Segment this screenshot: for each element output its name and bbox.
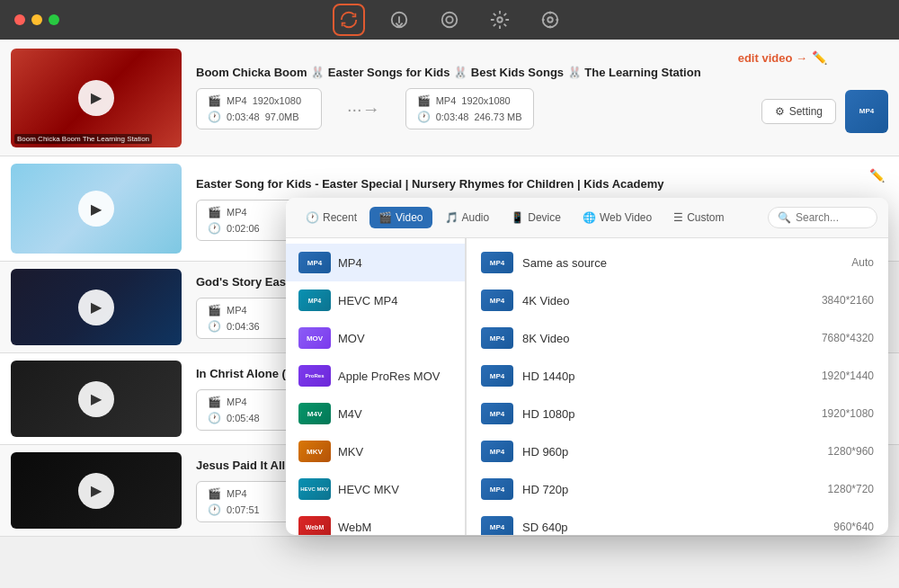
list-item[interactable]: M4V M4V <box>286 395 465 432</box>
quality-name: HD 960p <box>522 445 775 459</box>
thumbnail[interactable]: ▶ Boom Chicka Boom The Learning Station <box>11 49 182 147</box>
tab-webvideo[interactable]: 🌐 Web Video <box>574 207 661 228</box>
clock-icon: 🕐 <box>208 320 221 333</box>
src-duration: 0:02:06 <box>227 223 260 234</box>
tab-label-recent: Recent <box>323 211 357 224</box>
thumbnail[interactable]: ▶ <box>11 361 182 437</box>
list-item[interactable]: MP4 HEVC MP4 <box>286 281 465 319</box>
clock-icon-dst: 🕐 <box>417 111 431 123</box>
gear-icon: ⚙ <box>775 105 785 118</box>
clock-tab-icon: 🕐 <box>306 211 319 224</box>
toolbox-toolbar-btn[interactable] <box>484 4 516 36</box>
thumbnail[interactable]: ▶ <box>11 164 182 254</box>
thumb-label: Boom Chicka Boom The Learning Station <box>14 134 152 144</box>
format-badge: MKV <box>298 441 331 462</box>
quality-badge: MP4 <box>481 290 513 311</box>
play-button[interactable]: ▶ <box>78 80 114 116</box>
audio-tab-icon: 🎵 <box>445 211 458 224</box>
minimize-dot[interactable] <box>31 14 42 25</box>
settings-toolbar-btn[interactable] <box>534 4 566 36</box>
file-meta: 🎬 MP4 1920x1080 🕐 0:03:48 97.0MB ···→ 🎬 … <box>196 88 747 129</box>
list-item[interactable]: ProRes Apple ProRes MOV <box>286 357 465 395</box>
burn-toolbar-btn[interactable] <box>433 4 466 36</box>
pencil-icon[interactable]: ✏️ <box>812 50 827 65</box>
svg-point-4 <box>543 13 558 28</box>
meta-row: 🎬 MP4 <box>208 304 292 316</box>
thumbnail[interactable]: ▶ <box>11 269 182 345</box>
search-input[interactable] <box>796 211 868 224</box>
quality-name: SD 640p <box>522 521 775 534</box>
tab-custom[interactable]: ☰ Custom <box>664 207 733 228</box>
video-icon: 🎬 <box>208 94 221 107</box>
list-item[interactable]: MOV MOV <box>286 319 465 357</box>
list-item[interactable]: MP4 SD 640p 960*640 <box>467 508 888 535</box>
video-icon: 🎬 <box>208 206 221 218</box>
format-badge: M4V <box>298 403 331 424</box>
play-button[interactable]: ▶ <box>78 381 114 417</box>
download-toolbar-btn[interactable] <box>383 4 415 36</box>
convert-toolbar-btn[interactable] <box>333 4 365 36</box>
list-item[interactable]: MP4 4K Video 3840*2160 <box>467 281 888 319</box>
clock-icon: 🕐 <box>208 503 221 516</box>
dst-size: 246.73 MB <box>474 111 521 122</box>
format-badge: HEVC MKV <box>298 478 331 500</box>
list-item[interactable]: MP4 8K Video 7680*4320 <box>467 319 888 357</box>
search-box[interactable]: 🔍 <box>768 207 877 228</box>
dst-res: 1920x1080 <box>461 95 510 106</box>
video-tab-icon: 🎬 <box>378 211 392 224</box>
clock-icon: 🕐 <box>208 412 221 424</box>
tab-label-video: Video <box>396 211 423 224</box>
meta-row-2: 🕐 0:07:51 <box>208 503 292 516</box>
play-button[interactable]: ▶ <box>78 290 114 325</box>
close-dot[interactable] <box>14 14 25 25</box>
toolbar <box>333 4 566 36</box>
tab-label-audio: Audio <box>462 211 490 224</box>
list-item[interactable]: WebM WebM <box>286 508 465 535</box>
list-item[interactable]: HEVC MKV HEVC MKV <box>286 470 465 508</box>
quality-res: 1920*1440 <box>784 370 874 382</box>
list-item[interactable]: MKV MKV <box>286 432 465 470</box>
format-badge: WebM <box>298 516 331 535</box>
format-badge: MP4 <box>298 290 331 311</box>
tab-label-custom: Custom <box>687 211 724 224</box>
format-name: Apple ProRes MOV <box>338 370 440 383</box>
clock-icon: 🕐 <box>208 222 221 235</box>
quality-res: Auto <box>784 256 874 269</box>
list-item[interactable]: MP4 MP4 <box>286 244 465 281</box>
device-tab-icon: 📱 <box>511 211 524 224</box>
file-info: Boom Chicka Boom 🐰 Easter Songs for Kids… <box>182 66 761 129</box>
format-badge: MP4 <box>298 252 331 273</box>
format-name: MOV <box>338 332 365 345</box>
list-item[interactable]: MP4 HD 960p 1280*960 <box>467 432 888 470</box>
format-name: MKV <box>338 445 363 459</box>
svg-point-3 <box>497 17 503 22</box>
list-item[interactable]: MP4 HD 1080p 1920*1080 <box>467 395 888 432</box>
src-format: MP4 <box>227 95 247 106</box>
source-meta: 🎬 MP4 1920x1080 🕐 0:03:48 97.0MB <box>196 88 322 129</box>
setting-button[interactable]: ⚙ Setting <box>761 99 836 124</box>
list-item[interactable]: MP4 Same as source Auto <box>467 244 888 281</box>
meta-row-2: 🕐 0:04:36 <box>208 320 292 333</box>
play-button[interactable]: ▶ <box>78 191 114 227</box>
svg-point-2 <box>446 16 452 22</box>
tab-device[interactable]: 📱 Device <box>502 207 570 228</box>
src-format: MP4 <box>227 207 247 218</box>
svg-point-1 <box>442 13 458 28</box>
list-item[interactable]: MP4 HD 1440p 1920*1440 <box>467 357 888 395</box>
quality-badge: MP4 <box>481 327 513 349</box>
edit-video-text: edit video → <box>738 51 807 65</box>
tab-audio[interactable]: 🎵 Audio <box>436 207 499 228</box>
format-body: MP4 MP4 MP4 HEVC MP4 MOV MOV ProRes Appl… <box>286 238 888 535</box>
src-format: MP4 <box>227 305 247 316</box>
edit-pencil-icon[interactable]: ✏️ <box>869 168 885 183</box>
list-item[interactable]: MP4 HD 720p 1280*720 <box>467 470 888 508</box>
play-button[interactable]: ▶ <box>78 473 114 509</box>
maximize-dot[interactable] <box>49 14 59 25</box>
quality-name: HD 1440p <box>522 370 775 383</box>
quality-badge: MP4 <box>481 516 513 535</box>
tab-recent[interactable]: 🕐 Recent <box>297 207 366 228</box>
quality-res: 1280*960 <box>784 445 874 458</box>
tab-video[interactable]: 🎬 Video <box>369 207 432 228</box>
src-duration: 0:05:48 <box>227 413 260 423</box>
thumbnail[interactable]: ▶ <box>11 452 182 529</box>
